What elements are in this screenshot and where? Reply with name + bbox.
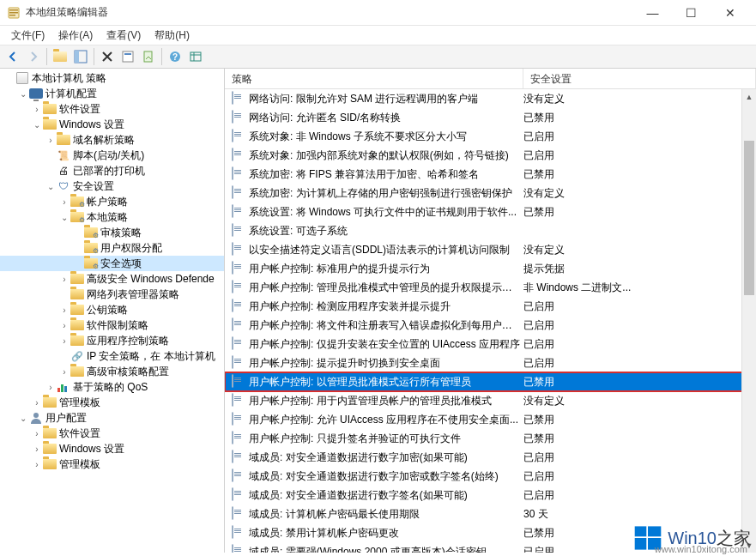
tree-item[interactable]: 网络列表管理器策略 [0, 287, 224, 302]
list-row[interactable]: 域成员: 禁用计算机帐户密码更改已禁用 [225, 523, 756, 542]
policy-setting: 非 Windows 二进制文... [523, 281, 754, 295]
list-row[interactable]: 用户帐户控制: 以管理员批准模式运行所有管理员已禁用 [225, 372, 756, 391]
list-row[interactable]: 系统加密: 将 FIPS 兼容算法用于加密、哈希和签名已禁用 [225, 165, 756, 184]
tree-item[interactable]: ›公钥策略 [0, 302, 224, 317]
expand-toggle-icon[interactable]: › [45, 383, 57, 392]
policy-icon [232, 224, 245, 238]
tree-item[interactable]: IP 安全策略，在 本地计算机 [0, 348, 224, 364]
list-row[interactable]: 用户帐户控制: 允许 UIAccess 应用程序在不使用安全桌面...已禁用 [225, 410, 756, 429]
forward-button[interactable] [24, 47, 43, 66]
up-folder-button[interactable] [51, 47, 70, 66]
tree-item-label: 本地策略 [87, 210, 128, 225]
policy-icon [232, 507, 245, 521]
policy-icon [232, 167, 245, 181]
tree-item[interactable]: ›管理模板 [0, 456, 224, 472]
expand-toggle-icon[interactable]: › [58, 367, 70, 377]
tree-item[interactable]: 审核策略 [0, 225, 224, 240]
tree-item[interactable]: ›基于策略的 QoS [0, 379, 224, 395]
tree-item[interactable]: 脚本(启动/关机) [0, 148, 224, 163]
tree-item[interactable]: ⌄安全设置 [0, 178, 224, 194]
list-pane[interactable]: 策略 安全设置 网络访问: 限制允许对 SAM 进行远程调用的客户端没有定义网络… [225, 69, 756, 553]
list-row[interactable]: 以安全描述符定义语言(SDDL)语法表示的计算机访问限制没有定义 [225, 240, 756, 259]
tree-item[interactable]: 已部署的打印机 [0, 163, 224, 178]
expand-toggle-icon[interactable]: › [58, 336, 70, 346]
tree-item[interactable]: ›软件限制策略 [0, 317, 224, 333]
tree-item[interactable]: ›域名解析策略 [0, 132, 224, 148]
close-button[interactable]: ✕ [711, 0, 749, 25]
list-row[interactable]: 域成员: 计算机帐户密码最长使用期限30 天 [225, 505, 756, 523]
expand-toggle-icon[interactable]: › [31, 429, 43, 438]
expand-toggle-icon[interactable]: ⌄ [17, 414, 29, 423]
tree-item[interactable]: 用户权限分配 [0, 240, 224, 256]
tree-pane[interactable]: 本地计算机 策略 ⌄计算机配置›软件设置⌄Windows 设置›域名解析策略脚本… [0, 69, 225, 553]
tree-item[interactable]: ⌄用户配置 [0, 410, 224, 426]
policy-setting: 已启用 [523, 299, 754, 314]
scroll-up-button[interactable]: ▲ [742, 89, 756, 104]
menu-help[interactable]: 帮助(H) [148, 27, 197, 45]
properties-button[interactable] [118, 47, 137, 66]
tree-item[interactable]: ›高级安全 Windows Defende [0, 271, 224, 287]
expand-toggle-icon[interactable]: › [31, 444, 43, 454]
expand-toggle-icon[interactable]: ⌄ [31, 120, 43, 130]
toolbar-separator [161, 48, 162, 65]
list-row[interactable]: 网络访问: 允许匿名 SID/名称转换已禁用 [225, 108, 756, 127]
list-row[interactable]: 系统加密: 为计算机上存储的用户密钥强制进行强密钥保护没有定义 [225, 184, 756, 202]
expand-toggle-icon[interactable]: › [58, 305, 70, 315]
list-row[interactable]: 用户帐户控制: 只提升签名并验证的可执行文件已禁用 [225, 429, 756, 448]
expand-toggle-icon[interactable]: › [58, 275, 70, 284]
tree-item[interactable]: ›软件设置 [0, 426, 224, 441]
menu-view[interactable]: 查看(V) [100, 27, 148, 45]
list-row[interactable]: 用户帐户控制: 提示提升时切换到安全桌面已启用 [225, 354, 756, 372]
policy-setting: 提示凭据 [523, 262, 754, 276]
list-row[interactable]: 用户帐户控制: 检测应用程序安装并提示提升已启用 [225, 297, 756, 316]
list-row[interactable]: 网络访问: 限制允许对 SAM 进行远程调用的客户端没有定义 [225, 89, 756, 108]
export-button[interactable] [139, 47, 158, 66]
list-row[interactable]: 系统设置: 将 Windows 可执行文件中的证书规则用于软件...已禁用 [225, 202, 756, 221]
list-row[interactable]: 域成员: 对安全通道数据进行数字签名(如果可能)已启用 [225, 486, 756, 505]
tree-item[interactable]: ⌄Windows 设置 [0, 117, 224, 132]
back-button[interactable] [3, 47, 22, 66]
expand-toggle-icon[interactable]: ⌄ [45, 182, 57, 191]
list-row[interactable]: 用户帐户控制: 用于内置管理员帐户的管理员批准模式没有定义 [225, 391, 756, 410]
minimize-button[interactable]: — [633, 0, 672, 25]
tree-item-label: 用户权限分配 [100, 241, 162, 256]
menu-file[interactable]: 文件(F) [4, 27, 51, 45]
expand-toggle-icon[interactable]: › [58, 197, 70, 207]
tree-item[interactable]: ⌄本地策略 [0, 209, 224, 225]
tree-item[interactable]: ›管理模板 [0, 395, 224, 410]
list-row[interactable]: 用户帐户控制: 仅提升安装在安全位置的 UIAccess 应用程序已启用 [225, 335, 756, 354]
expand-toggle-icon[interactable]: › [45, 136, 57, 145]
scrollbar-thumb[interactable] [744, 141, 754, 295]
help-button[interactable]: ? [166, 47, 184, 66]
list-row[interactable]: 用户帐户控制: 将文件和注册表写入错误虚拟化到每用户位置已启用 [225, 316, 756, 335]
list-row[interactable]: 用户帐户控制: 标准用户的提升提示行为提示凭据 [225, 259, 756, 278]
vertical-scrollbar[interactable]: ▲ ▼ [741, 89, 756, 553]
delete-button[interactable] [98, 47, 117, 66]
tree-item[interactable]: ›高级审核策略配置 [0, 364, 224, 379]
tree-item[interactable]: ›软件设置 [0, 101, 224, 117]
expand-toggle-icon[interactable]: ⌄ [17, 89, 29, 99]
column-policy[interactable]: 策略 [225, 69, 523, 88]
list-row[interactable]: 系统对象: 加强内部系统对象的默认权限(例如，符号链接)已启用 [225, 146, 756, 165]
expand-toggle-icon[interactable]: › [31, 105, 43, 114]
expand-toggle-icon[interactable]: › [31, 460, 43, 469]
expand-toggle-icon[interactable]: › [58, 321, 70, 330]
list-row[interactable]: 系统对象: 非 Windows 子系统不要求区分大小写已启用 [225, 127, 756, 146]
tree-item[interactable]: ›应用程序控制策略 [0, 333, 224, 348]
show-tree-button[interactable] [71, 47, 90, 66]
column-setting[interactable]: 安全设置 [523, 69, 756, 88]
maximize-button[interactable]: ☐ [672, 0, 711, 25]
list-row[interactable]: 系统设置: 可选子系统 [225, 221, 756, 240]
expand-toggle-icon[interactable]: › [31, 398, 43, 408]
tree-item[interactable]: ›Windows 设置 [0, 441, 224, 456]
tree-item[interactable]: ›帐户策略 [0, 194, 224, 209]
tree-root[interactable]: 本地计算机 策略 [0, 70, 224, 86]
list-row[interactable]: 用户帐户控制: 管理员批准模式中管理员的提升权限提示的...非 Windows … [225, 278, 756, 297]
expand-toggle-icon[interactable]: ⌄ [58, 213, 70, 222]
list-row[interactable]: 域成员: 对安全通道数据进行数字加密(如果可能)已启用 [225, 448, 756, 467]
filter-button[interactable] [186, 47, 205, 66]
menu-action[interactable]: 操作(A) [51, 27, 100, 45]
list-row[interactable]: 域成员: 对安全通道数据进行数字加密或数字签名(始终)已启用 [225, 467, 756, 486]
tree-item[interactable]: 安全选项 [0, 256, 224, 271]
tree-item[interactable]: ⌄计算机配置 [0, 86, 224, 101]
